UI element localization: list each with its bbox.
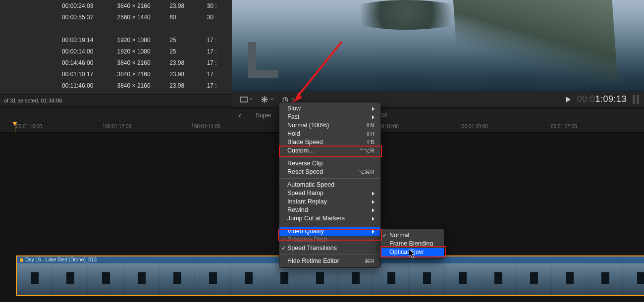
cell-fps: 60	[169, 11, 207, 23]
cell-count: 17 :	[207, 57, 232, 68]
cell-start: 00:00:19:14	[0, 34, 117, 46]
menu-speed-ramp[interactable]: Speed Ramp	[279, 189, 380, 198]
project-trailing: 04	[380, 112, 387, 119]
enhance-tool-icon[interactable]	[260, 95, 269, 104]
cell-start: 00:14:46:00	[0, 57, 117, 68]
cell-fps: 23.98	[169, 57, 207, 68]
menu-video-quality[interactable]: Video Quality	[279, 227, 380, 236]
cell-resolution: 2560 × 1440	[117, 11, 170, 23]
media-table: 00:00:24:033840 × 216023.9830 :00:00:55:…	[0, 0, 232, 91]
menu-speed-transitions[interactable]: ✓Speed Transitions	[279, 244, 380, 252]
selection-status: of 31 selected, 01:34:06	[0, 94, 232, 106]
table-row[interactable]: 00:00:14:001920 × 10802517 :	[0, 46, 232, 57]
ruler-tick[interactable]: 00:01:22:00	[549, 122, 638, 132]
table-row[interactable]: 00:00:55:372560 × 14406030 :	[0, 11, 232, 23]
cell-start: 00:00:24:03	[0, 0, 117, 11]
cell-fps	[169, 23, 207, 34]
cell-resolution: 3840 × 2160	[117, 0, 170, 11]
cell-start: 00:01:10:17	[0, 68, 117, 80]
table-row[interactable]: 00:11:46:003840 × 216023.9817 :	[0, 80, 232, 91]
cell-start: 00:00:55:37	[0, 11, 117, 23]
crop-mark-icon	[248, 42, 278, 78]
viewer[interactable]	[232, 0, 644, 92]
audio-meter-icon	[633, 95, 639, 104]
cell-resolution: 1920 × 1080	[117, 46, 170, 57]
cell-fps: 25	[169, 34, 207, 46]
menu-jump-cut[interactable]: Jump Cut at Markers	[279, 214, 380, 223]
submenu-frame-blending[interactable]: Frame Blending	[380, 240, 444, 248]
cell-start	[0, 23, 117, 34]
retime-menu[interactable]: Slow Fast Normal (100%)⇧N Hold⇧H Blade S…	[279, 102, 381, 268]
menu-preserve-pitch: ✓Preserve Pitch	[279, 236, 380, 244]
cell-count: 30 :	[207, 11, 232, 23]
video-quality-submenu[interactable]: ✓Normal Frame Blending Optical Flow	[380, 229, 444, 259]
ruler-tick[interactable]: 00:01:20:00	[460, 122, 549, 132]
menu-hold[interactable]: Hold⇧H	[279, 130, 380, 138]
media-browser[interactable]: 00:00:24:033840 × 216023.9830 :00:00:55:…	[0, 0, 232, 94]
cell-count: 17 :	[207, 46, 232, 57]
clip-filmstrip[interactable]	[17, 263, 644, 295]
cell-resolution: 3840 × 2160	[117, 68, 170, 80]
ruler-tick[interactable]: 00:01:12:00	[103, 122, 192, 132]
menu-normal[interactable]: Normal (100%)⇧N	[279, 121, 380, 130]
submenu-normal[interactable]: ✓Normal	[380, 231, 444, 240]
cell-fps: 23.98	[169, 80, 207, 91]
ruler-tick[interactable]: 00:01:10:00	[14, 122, 103, 132]
ruler-tick[interactable]: 00:01:14:00	[192, 122, 281, 132]
cell-resolution: 1920 × 1080	[117, 34, 170, 46]
cell-fps: 23.98	[169, 0, 207, 11]
transform-tool-icon[interactable]	[239, 95, 249, 104]
menu-blade[interactable]: Blade Speed⇧B	[279, 138, 380, 147]
menu-reverse[interactable]: Reverse Clip	[279, 159, 380, 168]
cell-count	[207, 23, 232, 34]
svg-rect-0	[240, 97, 247, 102]
table-row[interactable]: 00:00:19:141920 × 10802517 :	[0, 34, 232, 46]
menu-hide-retime[interactable]: Hide Retime Editor⌘R	[279, 257, 380, 265]
table-row[interactable]	[0, 23, 232, 34]
cell-resolution	[117, 23, 170, 34]
menu-slow[interactable]: Slow	[279, 104, 380, 113]
menu-rewind[interactable]: Rewind	[279, 206, 380, 214]
project-name: Super	[256, 112, 271, 119]
cell-count: 17 :	[207, 80, 232, 91]
menu-fast[interactable]: Fast	[279, 113, 380, 121]
cell-count: 17 :	[207, 68, 232, 80]
table-row[interactable]: 00:14:46:003840 × 216023.9817 :	[0, 57, 232, 68]
cell-resolution: 3840 × 2160	[117, 57, 170, 68]
menu-custom[interactable]: Custom…⌃⌥R	[279, 147, 380, 155]
cell-resolution: 3840 × 2160	[117, 80, 170, 91]
cell-fps: 25	[169, 46, 207, 57]
cell-count: 17 :	[207, 34, 232, 46]
ruler-tick[interactable]: 00:01:18:00	[371, 122, 460, 132]
menu-automatic-speed[interactable]: Automatic Speed	[279, 181, 380, 189]
cell-count: 30 :	[207, 0, 232, 11]
menu-reset-speed[interactable]: Reset Speed⌥⌘R	[279, 168, 380, 176]
viewer-timecode[interactable]: 00:01:09:13	[577, 94, 627, 104]
clip-title: Day 16 - Lake Bled (Drone)_013	[25, 256, 97, 263]
submenu-optical-flow[interactable]: Optical Flow	[380, 248, 444, 256]
table-row[interactable]: 00:00:24:033840 × 216023.9830 :	[0, 0, 232, 11]
svg-line-7	[285, 100, 287, 101]
cell-fps: 23.98	[169, 68, 207, 80]
menu-instant-replay[interactable]: Instant Replay	[279, 198, 380, 206]
table-row[interactable]: 00:01:10:173840 × 216023.9817 :	[0, 68, 232, 80]
clip-marker-icon	[20, 258, 23, 262]
cell-start: 00:11:46:00	[0, 80, 117, 91]
play-button-icon[interactable]	[566, 97, 571, 102]
cell-start: 00:00:14:00	[0, 46, 117, 57]
back-chevron-icon[interactable]: ‹	[239, 111, 249, 119]
